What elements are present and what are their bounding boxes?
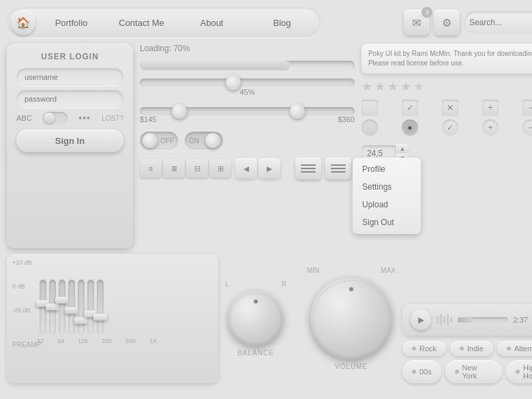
tag-dot <box>516 370 520 374</box>
btn-check-round[interactable]: ✓ <box>442 119 458 136</box>
tag-rock[interactable]: Rock <box>402 341 446 356</box>
nav-contact[interactable]: Contact Me <box>107 12 176 33</box>
tags-panel: Rock Indie Alternative 00s <box>402 341 532 383</box>
menu-line <box>331 164 346 166</box>
balance-left-label: L <box>225 280 229 288</box>
toggle-on-label: ON <box>189 137 199 145</box>
db-mid: 0 dB <box>12 283 32 290</box>
slider-45[interactable]: 45% <box>140 78 355 96</box>
range-slider[interactable]: $145 $360 <box>140 107 355 123</box>
tag-indie[interactable]: Indie <box>450 341 493 356</box>
btn-plus[interactable]: + <box>482 100 499 116</box>
view-grid2-btn[interactable]: ⊟ <box>186 159 208 178</box>
viz-bar <box>443 316 445 323</box>
btn-minus[interactable]: − <box>522 100 532 116</box>
tag-newyork[interactable]: New York <box>445 360 503 383</box>
view-list2-btn[interactable]: ≣ <box>163 159 185 178</box>
nav-portfolio[interactable]: Portfolio <box>37 12 106 33</box>
db-high: +20 dB <box>12 259 32 266</box>
player-time: 2:37 <box>513 316 527 324</box>
star-2[interactable]: ★ <box>374 79 385 94</box>
star-5[interactable]: ★ <box>413 79 424 94</box>
view-grid-btn[interactable]: ⊞ <box>209 159 231 178</box>
toggle-on[interactable]: ON <box>185 132 223 149</box>
checkbox-check[interactable]: ✓ <box>402 100 418 116</box>
viz-bar <box>450 317 452 323</box>
view-list-btn[interactable]: ≡ <box>140 159 162 178</box>
stepper-up[interactable]: ▲ <box>396 144 409 153</box>
progress-fill <box>140 61 290 70</box>
play-button[interactable]: ▶ <box>411 310 431 330</box>
tag-00s[interactable]: 00s <box>402 360 441 383</box>
range-min-label: $145 <box>140 115 156 123</box>
eq-slider-250[interactable] <box>78 280 85 334</box>
user-login-panel: USER LOGIN ABC ••• LOST? Sign In <box>7 44 133 248</box>
login-toggle[interactable] <box>43 112 68 124</box>
volume-knob[interactable] <box>310 278 392 359</box>
btn-minus-round[interactable]: − <box>522 119 532 136</box>
toggle-thumb <box>44 113 55 123</box>
dropdown-profile[interactable]: Profile <box>353 160 421 178</box>
login-title: USER LOGIN <box>16 52 123 61</box>
tag-hiphop[interactable]: Hip-Hop <box>506 360 532 383</box>
toggle-off-label: OFF <box>160 137 174 145</box>
checkbox-empty[interactable] <box>361 100 378 116</box>
nav-blog[interactable]: Blog <box>248 12 316 33</box>
dropdown-settings[interactable]: Settings <box>353 178 421 196</box>
toggles-row: OFF ON <box>140 132 355 149</box>
radio-empty[interactable] <box>361 119 378 136</box>
center-controls-panel: Loading: 70% 45% $145 $360 <box>140 44 355 248</box>
hamburger-button[interactable] <box>295 158 321 179</box>
tooltip-text: Poky UI kit by Rami McMin. Thank you for… <box>368 50 532 67</box>
slider-label-1: 45% <box>140 88 355 96</box>
progress-bar[interactable] <box>140 61 355 70</box>
sign-in-button[interactable]: Sign In <box>16 130 123 152</box>
eq-slider-64[interactable] <box>59 280 65 334</box>
mail-button[interactable]: ✉ 3 <box>404 10 430 35</box>
hamburger-line <box>301 171 316 173</box>
volume-knob-container: MIN MAX VOLUME <box>307 267 396 370</box>
username-input[interactable] <box>16 68 123 86</box>
nav-right-controls: ✉ 3 ⚙ <box>404 10 532 35</box>
nav-about[interactable]: About <box>177 12 246 33</box>
tag-indie-label: Indie <box>467 344 484 353</box>
btn-plus-round[interactable]: + <box>482 119 499 136</box>
dropdown-upload[interactable]: Upload <box>353 196 421 213</box>
lost-link[interactable]: LOST? <box>102 115 123 122</box>
eq-slider-32[interactable] <box>49 280 56 334</box>
star-4[interactable]: ★ <box>400 79 411 94</box>
viz-bar <box>440 314 442 326</box>
menu-button[interactable] <box>325 158 351 179</box>
eq-slider-1k[interactable] <box>97 280 104 334</box>
eq-thumb-32 <box>46 304 59 310</box>
password-input[interactable] <box>16 90 123 108</box>
dots-label: ••• <box>78 113 91 123</box>
dropdown-menu: Profile Settings Upload Sign Out <box>353 158 421 234</box>
eq-thumb-250 <box>74 317 88 324</box>
tags-row-1: Rock Indie Alternative <box>402 341 532 356</box>
tag-alternative[interactable]: Alternative <box>497 341 532 356</box>
tag-dot <box>507 346 511 351</box>
toggle-off[interactable]: OFF <box>140 132 178 149</box>
checkbox-x[interactable]: ✕ <box>442 100 458 116</box>
eq-slider-125[interactable] <box>68 280 75 334</box>
dropdown-signout[interactable]: Sign Out <box>353 213 421 231</box>
eq-slider-500[interactable] <box>87 280 94 334</box>
volume-min-label: MIN <box>307 267 319 274</box>
search-input[interactable] <box>464 11 532 34</box>
player-progress[interactable] <box>458 317 507 323</box>
tooltip-box: Poky UI kit by Rami McMin. Thank you for… <box>361 44 532 74</box>
star-1[interactable]: ★ <box>361 79 372 94</box>
eq-thumb-64 <box>55 297 69 304</box>
balance-knob[interactable] <box>228 291 283 346</box>
slider-thumb-1 <box>226 75 241 90</box>
range-max-label: $360 <box>338 115 354 123</box>
home-button[interactable]: 🏠 <box>11 10 35 35</box>
knob-row: L R BALANCE MIN MAX <box>225 267 396 370</box>
balance-right-label: R <box>282 280 286 288</box>
star-3[interactable]: ★ <box>387 79 398 94</box>
prev-button[interactable]: ◄ <box>235 158 257 179</box>
settings-button[interactable]: ⚙ <box>434 10 460 35</box>
next-button[interactable]: ► <box>258 158 280 179</box>
radio-filled[interactable]: ● <box>402 119 418 136</box>
